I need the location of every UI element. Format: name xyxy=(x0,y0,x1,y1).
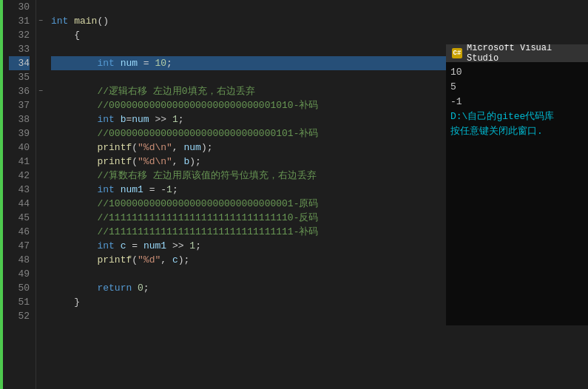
fold-row-37 xyxy=(36,98,45,112)
line-number-41: 41 xyxy=(9,155,30,169)
fold-row-49 xyxy=(36,267,45,281)
fold-row-43 xyxy=(36,183,45,197)
console-line-4: 按任意键关闭此窗口. xyxy=(450,124,584,139)
line-number-43: 43 xyxy=(9,183,30,197)
fold-row-42 xyxy=(36,169,45,183)
line-number-50: 50 xyxy=(9,281,30,295)
line-number-42: 42 xyxy=(9,169,30,183)
fold-row-35 xyxy=(36,70,45,84)
fold-row-47 xyxy=(36,239,45,253)
line-numbers: 3031323334353637383940414243444546474849… xyxy=(3,0,36,389)
fold-row-48 xyxy=(36,253,45,267)
code-line-32: { xyxy=(51,28,588,42)
fold-row-38 xyxy=(36,112,45,126)
code-line-30 xyxy=(51,0,588,14)
fold-row-39 xyxy=(36,126,45,141)
fold-row-34 xyxy=(36,56,45,70)
line-number-37: 37 xyxy=(9,98,30,112)
line-number-30: 30 xyxy=(9,0,30,14)
line-number-31: 31 xyxy=(9,14,30,28)
fold-row-31[interactable]: − xyxy=(36,14,45,28)
line-number-48: 48 xyxy=(9,253,30,267)
fold-row-40 xyxy=(36,141,45,155)
line-number-52: 52 xyxy=(9,309,30,323)
line-number-33: 33 xyxy=(9,42,30,56)
console-body: 105-1D:\自己的gitee代码库按任意键关闭此窗口. xyxy=(446,62,588,142)
line-number-40: 40 xyxy=(9,141,30,155)
console-panel: C# Microsoft Visual Studio 105-1D:\自己的gi… xyxy=(446,44,588,325)
fold-gutter: −− xyxy=(36,0,45,389)
fold-row-52 xyxy=(36,309,45,323)
fold-row-32 xyxy=(36,28,45,42)
line-number-36: 36 xyxy=(9,84,30,98)
console-titlebar: C# Microsoft Visual Studio xyxy=(446,44,588,62)
console-icon: C# xyxy=(452,48,462,58)
fold-row-30 xyxy=(36,0,45,14)
line-number-46: 46 xyxy=(9,225,30,239)
code-line-31: int main() xyxy=(51,14,588,28)
fold-row-46 xyxy=(36,225,45,239)
line-number-39: 39 xyxy=(9,126,30,141)
line-number-51: 51 xyxy=(9,295,30,309)
editor-area: 3031323334353637383940414243444546474849… xyxy=(0,0,588,389)
console-line-0: 10 xyxy=(450,65,584,80)
line-number-32: 32 xyxy=(9,28,30,42)
console-line-3: D:\自己的gitee代码库 xyxy=(450,109,584,124)
fold-row-41 xyxy=(36,155,45,169)
line-number-47: 47 xyxy=(9,239,30,253)
line-number-44: 44 xyxy=(9,197,30,211)
fold-row-51 xyxy=(36,295,45,309)
fold-row-45 xyxy=(36,211,45,225)
fold-row-36[interactable]: − xyxy=(36,84,45,98)
line-number-35: 35 xyxy=(9,70,30,84)
fold-row-44 xyxy=(36,197,45,211)
console-line-1: 5 xyxy=(450,80,584,95)
line-number-34: 34 xyxy=(9,56,30,70)
line-number-49: 49 xyxy=(9,267,30,281)
console-line-2: -1 xyxy=(450,95,584,109)
line-number-38: 38 xyxy=(9,112,30,126)
fold-row-50 xyxy=(36,281,45,295)
fold-row-33 xyxy=(36,42,45,56)
line-number-45: 45 xyxy=(9,211,30,225)
console-title: Microsoft Visual Studio xyxy=(467,44,582,64)
